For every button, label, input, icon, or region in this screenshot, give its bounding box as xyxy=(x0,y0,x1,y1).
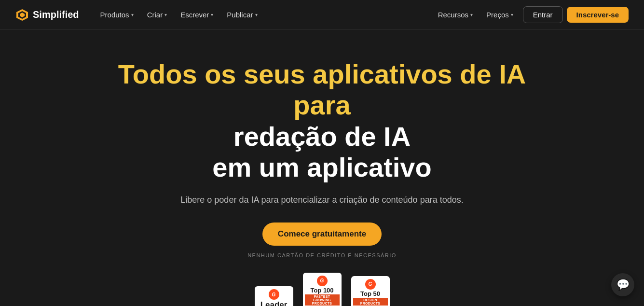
navbar: Simplified Produtos ▾ Criar ▾ Escrever ▾… xyxy=(0,0,644,30)
badge-top100: G Top 100 Fastest Growing Products BEST … xyxy=(301,273,343,306)
chevron-down-icon: ▾ xyxy=(255,12,258,17)
badge-main-label: Leader xyxy=(260,301,288,306)
g2-icon: G xyxy=(365,279,376,290)
entrar-button[interactable]: Entrar xyxy=(523,6,563,23)
nav-right-links: Recursos ▾ Preços ▾ xyxy=(432,7,519,23)
chevron-down-icon: ▾ xyxy=(470,12,473,17)
badge-main-label: Top 50 xyxy=(360,291,380,297)
g2-icon: G xyxy=(269,289,279,300)
badge-main-label: Top 100 xyxy=(310,287,333,293)
logo-icon xyxy=(15,8,29,22)
hero-title-line3: em um aplicativo xyxy=(212,152,431,182)
chevron-down-icon: ▾ xyxy=(131,12,134,17)
hero-title: Todos os seus aplicativos de IA para red… xyxy=(105,59,539,183)
nav-links: Produtos ▾ Criar ▾ Escrever ▾ Publicar ▾ xyxy=(95,7,432,23)
hero-section: Todos os seus aplicativos de IA para red… xyxy=(0,30,644,306)
hero-subtitle: Libere o poder da IA para potencializar … xyxy=(180,195,463,205)
nav-publicar[interactable]: Publicar ▾ xyxy=(221,7,263,23)
nav-recursos[interactable]: Recursos ▾ xyxy=(432,7,479,23)
hero-title-line2: redação de IA xyxy=(233,121,411,152)
awards-badges: G Leader WINTER 2023 G Top 100 Fastest G… xyxy=(253,273,392,306)
nav-right: Recursos ▾ Preços ▾ Entrar Inscrever-se xyxy=(432,6,629,23)
nav-produtos[interactable]: Produtos ▾ xyxy=(95,7,139,23)
badge-top50: G Top 50 Design Products BEST SOFTWARE A… xyxy=(349,276,392,306)
chat-bubble[interactable]: 💬 xyxy=(611,273,634,296)
inscrever-button[interactable]: Inscrever-se xyxy=(567,7,629,23)
badge-type-label: Design Products xyxy=(353,298,388,306)
chevron-down-icon: ▾ xyxy=(164,12,167,17)
no-card-text: NENHUM CARTÃO DE CRÉDITO É NECESSÁRIO xyxy=(247,252,397,258)
nav-criar[interactable]: Criar ▾ xyxy=(141,7,173,23)
cta-button[interactable]: Comece gratuitamente xyxy=(262,223,382,246)
badge-leader: G Leader WINTER 2023 xyxy=(253,286,295,306)
nav-escrever[interactable]: Escrever ▾ xyxy=(175,7,219,23)
chat-icon: 💬 xyxy=(617,278,630,291)
badge-type-label: Fastest Growing Products xyxy=(305,294,340,306)
logo-link[interactable]: Simplified xyxy=(15,8,79,22)
chevron-down-icon: ▾ xyxy=(211,12,213,17)
hero-title-line1: Todos os seus aplicativos de IA para xyxy=(118,59,526,120)
g2-icon: G xyxy=(317,276,328,286)
nav-precos[interactable]: Preços ▾ xyxy=(480,7,519,23)
chevron-down-icon: ▾ xyxy=(511,12,513,17)
brand-name: Simplified xyxy=(33,9,79,20)
